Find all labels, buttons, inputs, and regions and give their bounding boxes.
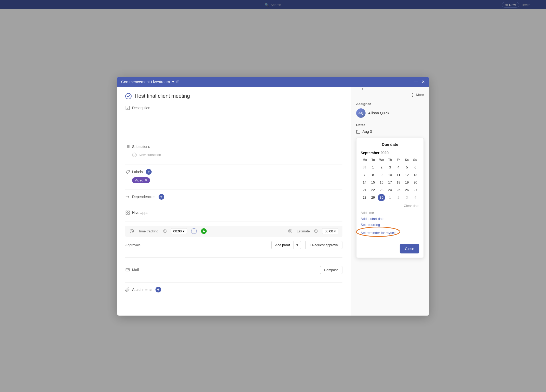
cal-cell-16[interactable]: 16 — [378, 179, 386, 186]
task-complete-checkbox[interactable] — [125, 93, 132, 99]
svg-point-10 — [128, 171, 129, 171]
cal-cell-12[interactable]: 12 — [403, 171, 411, 178]
svg-point-19 — [165, 230, 165, 231]
cal-cell-25[interactable]: 25 — [394, 186, 402, 193]
attachments-section: Attachments + — [125, 287, 342, 292]
calendar-month: September 2020 — [361, 151, 388, 155]
close-button[interactable]: Close — [400, 244, 419, 253]
description-section: Description — [125, 106, 342, 134]
description-input[interactable] — [125, 113, 342, 134]
divider-1 — [125, 140, 342, 140]
cal-cell-10[interactable]: 10 — [386, 171, 394, 178]
subaction-checkbox[interactable] — [132, 153, 137, 157]
cal-cell-1[interactable]: 1 — [369, 164, 377, 171]
cal-cell-4[interactable]: 4 — [394, 164, 402, 171]
cal-cell-24[interactable]: 24 — [386, 186, 394, 193]
cal-cell-20[interactable]: 20 — [411, 179, 419, 186]
cal-cell-14[interactable]: 14 — [361, 179, 369, 186]
play-time-button[interactable]: ▶ — [201, 228, 207, 234]
time-value-dropdown[interactable]: 00:00 ▾ — [171, 228, 187, 234]
set-reminder-container: Set reminder for myself — [361, 229, 395, 235]
new-subaction[interactable]: New subaction — [125, 152, 342, 158]
cal-cell-2-oct[interactable]: 2 — [394, 194, 402, 201]
svg-rect-15 — [128, 213, 129, 214]
hive-apps-label: Hive apps — [132, 211, 148, 215]
add-dependency-button[interactable]: + — [159, 194, 164, 200]
set-reminder-link[interactable]: Set reminder for myself — [361, 231, 395, 235]
modal-title: Commencement Livestream — [121, 80, 170, 84]
time-tracking-label: Time tracking — [138, 229, 159, 233]
labels-row: Video ✕ — [125, 177, 342, 183]
svg-rect-12 — [126, 211, 127, 212]
cal-cell-3[interactable]: 3 — [386, 164, 394, 171]
cal-cell-11[interactable]: 11 — [394, 171, 402, 178]
cal-cell-30-selected[interactable]: 30 — [378, 194, 385, 201]
request-approval-button[interactable]: + Request approval — [305, 241, 342, 249]
approvals-label: Approvals — [125, 243, 140, 247]
dropdown-icon[interactable]: ▾ — [172, 79, 174, 84]
cal-cell-17[interactable]: 17 — [386, 179, 394, 186]
date-row: Aug 3 — [356, 129, 424, 134]
cal-cell-23[interactable]: 23 — [378, 186, 386, 193]
external-link-icon[interactable]: ⊞ — [176, 80, 179, 84]
more-menu[interactable]: ⋮ More — [356, 92, 424, 98]
set-recurring-link[interactable]: Set recurring — [361, 223, 419, 227]
modal-overlay: Commencement Livestream ▾ ⊞ — ✕ — [0, 0, 546, 392]
divider-5 — [125, 221, 342, 221]
cal-cell-22[interactable]: 22 — [369, 186, 377, 193]
modal-header: Commencement Livestream ▾ ⊞ — ✕ — [117, 77, 429, 87]
estimate-label: Estimate — [297, 229, 310, 233]
cal-cell-3-oct[interactable]: 3 — [403, 194, 411, 201]
cal-cell-31-aug[interactable]: 31 — [361, 164, 369, 171]
cal-cell-18[interactable]: 18 — [394, 179, 402, 186]
cal-cell-6[interactable]: 6 — [411, 164, 419, 171]
divider-3 — [125, 190, 342, 190]
cal-cell-28[interactable]: 28 — [361, 194, 369, 201]
estimate-value-dropdown[interactable]: 00:00 ▾ — [322, 228, 338, 234]
left-panel: Host final client meeting Description — [117, 87, 351, 316]
cal-cell-29[interactable]: 29 — [369, 194, 377, 201]
add-proof-dropdown[interactable]: ▾ — [294, 241, 301, 249]
cal-cell-9[interactable]: 9 — [378, 171, 386, 178]
time-info-icon — [163, 229, 167, 233]
cal-cell-27[interactable]: 27 — [411, 186, 419, 193]
day-th: Th — [386, 158, 394, 162]
add-time-button[interactable]: + — [191, 228, 197, 234]
cal-cell-1-oct[interactable]: 1 — [386, 194, 394, 201]
add-label-button[interactable]: + — [146, 169, 152, 175]
cal-cell-4-oct[interactable]: 4 — [411, 194, 419, 201]
next-month-button[interactable]: › — [361, 87, 364, 91]
cal-cell-21[interactable]: 21 — [361, 186, 369, 193]
day-mo: Mo — [361, 158, 369, 162]
cal-cell-26[interactable]: 26 — [403, 186, 411, 193]
cal-cell-19[interactable]: 19 — [403, 179, 411, 186]
attachments-header: Attachments + — [125, 287, 342, 292]
cal-cell-15[interactable]: 15 — [369, 179, 377, 186]
video-label-badge[interactable]: Video ✕ — [132, 177, 150, 183]
cal-cell-7[interactable]: 7 — [361, 171, 369, 178]
remove-label-button[interactable]: ✕ — [145, 178, 147, 182]
play-icon: ▶ — [203, 229, 205, 233]
hive-apps-section: Hive apps — [125, 210, 342, 215]
clear-date-button[interactable]: Clear date — [361, 204, 419, 208]
labels-header: Labels + — [125, 169, 342, 175]
add-start-date-link[interactable]: Add a start date — [361, 217, 419, 221]
cal-cell-5[interactable]: 5 — [403, 164, 411, 171]
close-modal-button[interactable]: ✕ — [421, 79, 425, 84]
assignee-section: Assignee AQ Allison Quick — [356, 102, 424, 118]
new-subaction-label: New subaction — [139, 153, 161, 157]
add-attachment-button[interactable]: + — [155, 287, 161, 292]
compose-button[interactable]: Compose — [320, 266, 342, 274]
subactions-section: Subactions New subaction — [125, 144, 342, 158]
assignee-name: Allison Quick — [368, 111, 389, 115]
dependencies-label: Dependencies — [132, 195, 155, 199]
minimize-button[interactable]: — — [414, 79, 418, 84]
add-time-link[interactable]: Add time — [361, 211, 419, 215]
labels-section: Labels + Video ✕ — [125, 169, 342, 183]
time-tracking-bar: Time tracking 00:00 ▾ + ▶ — [125, 226, 342, 237]
cal-cell-13[interactable]: 13 — [411, 171, 419, 178]
svg-rect-13 — [128, 211, 129, 212]
cal-cell-8[interactable]: 8 — [369, 171, 377, 178]
add-proof-button[interactable]: Add proof — [271, 241, 294, 249]
cal-cell-2[interactable]: 2 — [378, 164, 386, 171]
